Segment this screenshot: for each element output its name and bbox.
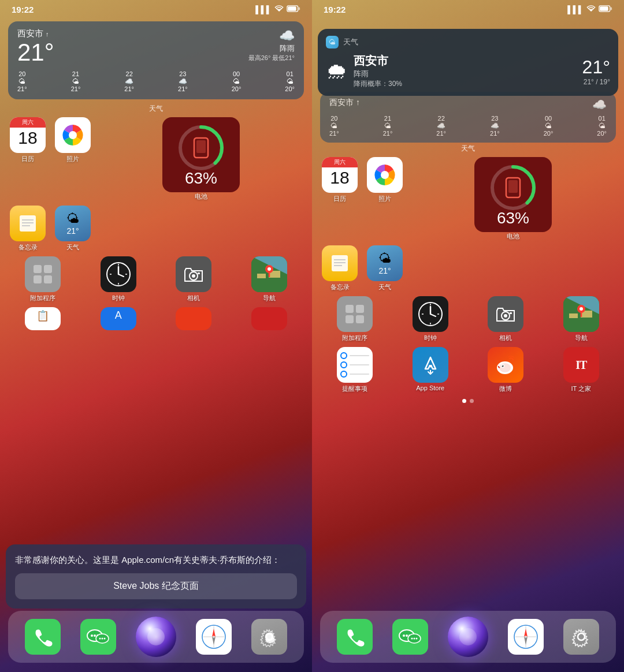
battery-percent: 63% [185, 169, 217, 188]
photos-label-right: 照片 [378, 195, 391, 203]
weibo-partial[interactable] [159, 307, 229, 336]
calendar-label: 日历 [21, 155, 34, 163]
battery-widget-wrap[interactable]: 63% 电池 [98, 117, 304, 201]
svg-rect-72 [569, 313, 578, 318]
extras-app[interactable]: 附加程序 [8, 256, 78, 303]
maps-icon [251, 256, 287, 292]
notif-city: 西安市 [354, 53, 402, 69]
extras-app-right[interactable]: 附加程序 [320, 296, 390, 342]
svg-point-51 [381, 171, 389, 179]
svg-point-32 [94, 634, 96, 637]
weather-small-label: 天气 [66, 243, 79, 252]
svg-rect-12 [22, 225, 30, 226]
calendar-app[interactable]: 周六 18 日历 [8, 117, 47, 201]
svg-rect-48 [600, 6, 608, 11]
appstore-app[interactable]: App Store [396, 347, 466, 393]
battery-widget-wrap-right[interactable]: 63% 电池 [410, 157, 616, 241]
battery-label-right: 电池 [507, 232, 519, 241]
weather-widget-left[interactable]: 西安市 ↑ 21° ☁️ 阵雨 最高26° 最低21° 20🌤21° 21🌤21… [8, 21, 304, 99]
weather-small-label-right: 天气 [378, 283, 391, 292]
reminders-partial[interactable]: 📋 [8, 307, 78, 336]
clock-app-right[interactable]: 时钟 [396, 296, 466, 342]
ithome-partial[interactable] [235, 307, 304, 336]
svg-point-31 [91, 634, 93, 637]
clock-label-right: 时钟 [424, 334, 437, 342]
extras-label-right: 附加程序 [342, 334, 367, 342]
weather-small-temp: 21° [66, 226, 79, 236]
svg-rect-2 [299, 7, 300, 10]
svg-point-4 [69, 131, 77, 139]
svg-rect-25 [257, 274, 266, 278]
dock-left [8, 611, 304, 663]
clock-label: 时钟 [112, 294, 125, 303]
status-icons-left: ▌▌▌ [255, 5, 300, 14]
weather-widget-label-left: 天气 [0, 104, 312, 114]
status-bar-right: 19:22 ▌▌▌ [312, 0, 624, 17]
settings-app-dock[interactable] [251, 619, 287, 655]
photos-icon-right [372, 162, 398, 188]
svg-point-90 [411, 638, 413, 640]
clock-app[interactable]: 时钟 [84, 256, 154, 303]
photos-app[interactable]: 照片 [53, 117, 92, 201]
calendar-day: 18 [18, 128, 37, 148]
weather-widget-right[interactable]: 西安市 ↑ ☁️ 20🌤21° 21🌤21° 22☁️21° 23☁️21° 0… [320, 92, 616, 143]
maps-app[interactable]: 导航 [235, 256, 304, 303]
page-dot-1 [462, 399, 466, 403]
app-row-3-right: 附加程序 时钟 [312, 296, 624, 342]
wechat-app-dock[interactable] [80, 619, 116, 655]
phone-app-dock[interactable] [25, 619, 61, 655]
cloud-icon-left: ☁️ [279, 28, 295, 43]
phone-icon [32, 626, 53, 647]
weather-desc-left: 阵雨 [248, 43, 295, 54]
svg-point-75 [580, 307, 583, 311]
weather-city-left: 西安市 [17, 28, 43, 39]
page-dots [312, 399, 624, 403]
camera-label-right: 相机 [499, 334, 512, 342]
calendar-app-right[interactable]: 周六 18 日历 [320, 157, 359, 241]
reminders-label: 提醒事项 [342, 384, 367, 393]
status-bar-left: 19:22 ▌▌▌ [0, 0, 312, 17]
svg-point-28 [268, 267, 271, 271]
svg-point-37 [102, 638, 103, 640]
notes-app[interactable]: 备忘录 [8, 206, 47, 252]
app-row-1-right: 周六 18 日历 照片 [312, 157, 624, 241]
settings-app-dock-right[interactable] [563, 619, 599, 655]
svg-rect-59 [334, 265, 342, 266]
weather-small-app[interactable]: 🌤 21° 天气 [53, 206, 92, 252]
appstore-partial[interactable]: A [84, 307, 154, 336]
weibo-app[interactable]: 微博 [471, 347, 541, 393]
ithome-app[interactable]: IT IT 之家 [547, 347, 616, 393]
reminders-app[interactable]: 提醒事项 [320, 347, 390, 393]
spacer [98, 206, 304, 252]
app-row-3-left: 附加程序 时钟 [0, 256, 312, 303]
photos-app-right[interactable]: 照片 [365, 157, 404, 241]
siri-steve-jobs-button[interactable]: Steve Jobs 纪念页面 [15, 573, 297, 599]
wechat-app-dock-right[interactable] [392, 619, 428, 655]
maps-label: 导航 [263, 294, 276, 303]
phone-app-dock-right[interactable] [337, 619, 373, 655]
svg-rect-57 [334, 259, 346, 260]
svg-rect-1 [288, 6, 296, 11]
notif-desc: 阵雨 [354, 69, 402, 79]
notes-app-right[interactable]: 备忘录 [320, 245, 359, 292]
weather-small-app-right[interactable]: 🌤 21° 天气 [365, 245, 404, 292]
svg-rect-22 [198, 272, 200, 274]
camera-app-right[interactable]: 相机 [471, 296, 541, 342]
siri-dock-right[interactable] [448, 617, 488, 657]
svg-point-91 [414, 638, 415, 640]
camera-icon [183, 265, 205, 283]
location-arrow-icon: ↑ [46, 31, 49, 38]
maps-app-right[interactable]: 导航 [547, 296, 616, 342]
camera-app[interactable]: 相机 [159, 256, 229, 303]
notif-weather-icon: 🌧 [326, 59, 348, 84]
safari-app-dock[interactable] [196, 619, 232, 655]
svg-point-21 [192, 274, 195, 278]
time-left: 19:22 [12, 5, 34, 14]
weather-notification[interactable]: 🌤 天气 🌧 西安市 阵雨 降雨概率：30% 21° 21° / 19° [318, 29, 618, 96]
safari-app-dock-right[interactable] [508, 619, 544, 655]
app-row-4-right: 提醒事项 App Store [312, 347, 624, 393]
svg-point-99 [578, 633, 585, 640]
siri-dock[interactable] [136, 617, 176, 657]
weibo-icon [493, 354, 518, 376]
notif-temp-range: 21° / 19° [582, 78, 610, 86]
